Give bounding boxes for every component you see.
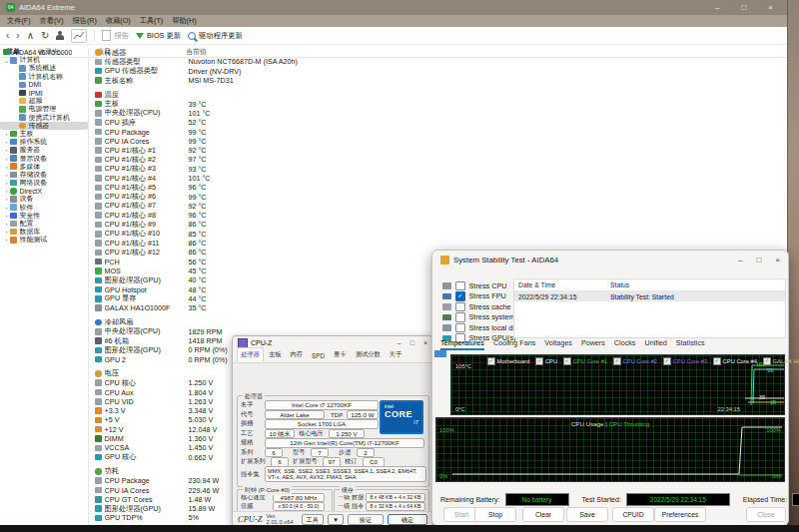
graph-tab[interactable]: Voltages <box>544 338 572 350</box>
sensor-row[interactable]: CPU #1/核心 #2 97 °C <box>90 155 787 164</box>
sensor-row[interactable]: CPU #1/核心 #1 92 °C <box>90 146 787 155</box>
report-button[interactable]: 报告 <box>102 30 129 41</box>
sensor-row[interactable]: 温度 <box>90 90 787 99</box>
stability-button[interactable]: Close <box>746 507 786 522</box>
tree-expander-icon[interactable] <box>3 237 10 243</box>
graph-tab[interactable]: Statistics <box>676 338 705 350</box>
cpuz-tab[interactable]: 测试分数 <box>352 347 385 362</box>
sensor-row[interactable]: CPU #1/核心 #10 85 °C <box>90 230 787 239</box>
pane-splitter[interactable] <box>88 48 89 526</box>
tree-item[interactable]: 显示设备 <box>0 154 88 162</box>
tree-expander-icon[interactable] <box>3 156 10 162</box>
minimize-icon[interactable]: – <box>738 256 742 265</box>
sensor-row[interactable]: CPU #1/核心 #5 96 °C <box>90 183 787 192</box>
stability-button[interactable]: Save <box>566 507 608 522</box>
menu-item[interactable]: 报告(R) <box>73 16 97 26</box>
stress-checkbox[interactable] <box>455 281 465 291</box>
close-icon[interactable]: × <box>423 339 427 346</box>
tree-item[interactable]: 性能测试 <box>0 236 88 244</box>
menu-item[interactable]: 收藏(O) <box>106 16 131 26</box>
cpuz-tab[interactable]: 主板 <box>265 347 286 362</box>
back-icon[interactable]: ‹ <box>6 27 9 44</box>
menu-item[interactable]: 帮助(H) <box>172 16 196 26</box>
forward-icon[interactable]: › <box>16 27 19 44</box>
sensor-row[interactable]: CPU 插座 52 °C <box>90 118 787 127</box>
close-icon[interactable]: × <box>768 0 773 15</box>
tree-item[interactable]: IPMI <box>0 89 88 97</box>
tree-item[interactable]: AIDA64 v6.70.6000 <box>0 48 88 56</box>
users-icon[interactable] <box>56 31 64 40</box>
tree-expander-icon[interactable] <box>3 180 10 186</box>
sensor-row[interactable]: CPU #1/核心 #9 86 °C <box>90 220 787 229</box>
sensor-row[interactable]: CPU #1/核心 #4 101 °C <box>90 174 787 183</box>
tree-expander-icon[interactable] <box>3 188 10 194</box>
stress-checkbox[interactable] <box>455 312 465 322</box>
menu-item[interactable]: 文件(F) <box>7 16 31 26</box>
stability-button[interactable]: CPUID <box>612 507 654 522</box>
stability-button[interactable]: Clear <box>522 507 564 522</box>
tree-item[interactable]: 设备 <box>0 195 88 203</box>
ok-button[interactable]: 确定 <box>388 514 427 525</box>
tree-item[interactable]: 配置 <box>0 220 88 228</box>
tree-item[interactable]: 传感器 <box>0 122 88 130</box>
sensor-row[interactable]: 中央处理器(CPU) 101 °C <box>90 109 787 118</box>
cpuz-tab[interactable]: SPD <box>308 349 329 362</box>
tree-item[interactable]: 软件 <box>0 204 88 212</box>
tree-item[interactable]: DMI <box>0 81 88 89</box>
sensor-row[interactable]: CPU #1/核心 #3 93 °C <box>90 165 787 174</box>
driver-update-button[interactable]: 驱动程序更新 <box>188 31 243 41</box>
sensor-row[interactable]: CPU #1/核心 #7 92 °C <box>90 202 787 211</box>
stability-button[interactable]: Preferences <box>654 507 706 522</box>
refresh-icon[interactable]: ↻ <box>41 27 49 44</box>
close-icon[interactable]: × <box>775 256 780 265</box>
minimize-icon[interactable]: – <box>715 0 719 15</box>
cpuz-tab[interactable]: 处理器 <box>237 347 264 362</box>
stress-checkbox[interactable] <box>455 302 465 312</box>
tree-item[interactable]: DirectX <box>0 187 88 195</box>
sensor-row[interactable]: 传感器类型 Nuvoton NCT6687D-M (ISA A20h) <box>90 57 787 66</box>
sensor-row[interactable]: GPU 传感器类型 Driver (NV-DRV) <box>90 67 787 76</box>
tree-expander-icon[interactable] <box>3 221 10 227</box>
tree-expander-icon[interactable] <box>3 57 10 64</box>
scrollbar-thumb[interactable] <box>434 350 446 357</box>
stress-checkbox[interactable] <box>455 291 465 301</box>
tree-item[interactable]: 安全性 <box>0 212 88 220</box>
sensor-panel-icon[interactable] <box>71 29 87 43</box>
sensor-row[interactable]: CPU Package 99 °C <box>90 127 787 136</box>
stress-checkbox[interactable] <box>455 323 465 333</box>
maximize-icon[interactable]: □ <box>410 339 414 346</box>
tree-expander-icon[interactable] <box>3 229 10 235</box>
tree-expander-icon[interactable] <box>3 164 10 170</box>
tree-item[interactable]: 网络设备 <box>0 179 88 187</box>
tree-expander-icon[interactable] <box>3 139 10 145</box>
sensor-row[interactable]: 传感器 <box>90 48 787 57</box>
maximize-icon[interactable]: □ <box>741 0 746 15</box>
graph-tab[interactable]: Unified <box>644 338 666 350</box>
bios-update-button[interactable]: BIOS 更新 <box>136 31 181 41</box>
log-row[interactable]: 2022/5/29 22:34:15 Stability Test: Start… <box>514 291 785 301</box>
sensor-row[interactable]: CPU #1/核心 #11 86 °C <box>90 239 787 248</box>
sensor-row[interactable]: 主板名称 MSI MS-7D31 <box>90 76 787 85</box>
sensor-row[interactable]: CPU #1/核心 #8 96 °C <box>90 211 787 220</box>
graph-tab[interactable]: Powers <box>581 338 605 350</box>
tree-item[interactable]: 计算机名称 <box>0 73 88 81</box>
cpuz-tab[interactable]: 显卡 <box>330 347 351 362</box>
graph-tab[interactable]: Temperatures <box>440 338 484 350</box>
graph-tab[interactable]: Clocks <box>614 338 636 350</box>
tools-button[interactable]: 工具 <box>302 514 324 525</box>
tools-dropdown-icon[interactable]: ▼ <box>328 514 344 525</box>
graph-tab[interactable]: Cooling Fans <box>493 338 535 350</box>
tree-expander-icon[interactable] <box>3 205 10 211</box>
tree-item[interactable]: 操作系统 <box>0 138 88 146</box>
up-icon[interactable]: ∧ <box>27 27 34 44</box>
sensor-row[interactable]: CPU #1/核心 #6 99 °C <box>90 192 787 201</box>
tree-expander-icon[interactable] <box>3 213 10 219</box>
sensor-row[interactable]: CPU IA Cores 99 °C <box>90 137 787 146</box>
menu-item[interactable]: 查看(V) <box>40 16 64 26</box>
menu-item[interactable]: 工具(T) <box>140 16 164 26</box>
maximize-icon[interactable]: □ <box>756 256 761 265</box>
tree-expander-icon[interactable] <box>3 196 10 202</box>
tree-expander-icon[interactable] <box>3 131 10 137</box>
cpuz-tab[interactable]: 内存 <box>286 347 307 362</box>
stability-button[interactable]: Stop <box>474 507 516 522</box>
